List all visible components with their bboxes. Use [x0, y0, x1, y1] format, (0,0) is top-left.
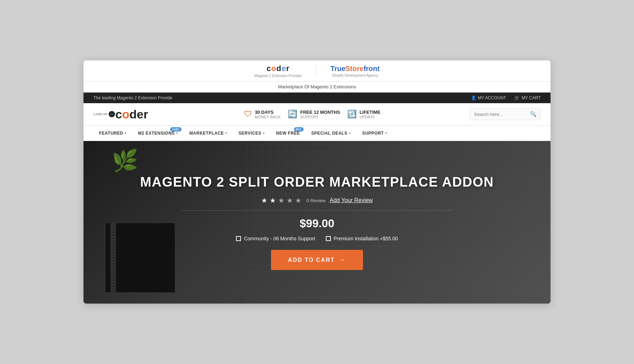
truestorefront-logo: TrueStorefront — [330, 65, 380, 73]
review-count: 0 Review — [306, 198, 325, 203]
star-2: ★ — [270, 196, 276, 205]
nav-m2-chevron: ▾ — [176, 131, 178, 135]
my-cart-link[interactable]: 🛒 MY CART — [514, 95, 541, 100]
badge-money-back: 🛡 30 DAYS MONEY BACK — [244, 110, 281, 119]
add-to-cart-button[interactable]: ADD TO CART → — [271, 250, 363, 270]
main-header: LAND OF ‹ › coder 🛡 30 DAYS MONEY BACK 🔄 — [83, 103, 551, 125]
community-checkbox[interactable] — [236, 236, 241, 241]
partner-bar: coder Magento 2 Extension Provider TrueS… — [83, 60, 551, 82]
account-icon: 👤 — [471, 95, 476, 100]
nav-m2-extensions[interactable]: M2 EXTENSIONS ▾ 148+ — [132, 126, 184, 141]
marketplace-bar: Marketplace Of Magento 2 Extensions — [83, 82, 551, 93]
hero-divider — [181, 210, 453, 211]
star-5: ★ — [295, 196, 301, 205]
tagline: The leading Magento 2 Extension Provide — [93, 95, 172, 100]
cart-icon: 🛒 — [514, 95, 520, 100]
header-search[interactable]: 🔍 — [469, 108, 541, 120]
support-sub: SUPPORT — [300, 115, 340, 119]
nav-marketplace-label: MARKETPLACE — [189, 131, 224, 136]
badge-lifetime: 🔃 LIFETIME UPDATE — [347, 110, 380, 119]
support-icon: 🔄 — [288, 110, 297, 119]
nav-bar: FEATURED ▾ M2 EXTENSIONS ▾ 148+ MARKETPL… — [83, 125, 551, 141]
lifetime-main: LIFETIME — [359, 110, 380, 115]
nav-marketplace-chevron: ▾ — [225, 131, 227, 135]
nav-m2-label: M2 EXTENSIONS — [138, 131, 175, 136]
nav-m2-badge: 148+ — [170, 127, 181, 131]
premium-checkbox[interactable] — [326, 236, 331, 241]
truestorefront-partner[interactable]: TrueStorefront Shopify Development Agenc… — [316, 65, 394, 77]
lifetime-sub: UPDATE — [359, 115, 380, 119]
support-main: FREE 12 MONTHS — [300, 110, 340, 115]
coder-sub: Magento 2 Extension Provider — [254, 74, 302, 78]
header-badges: 🛡 30 DAYS MONEY BACK 🔄 FREE 12 MONTHS SU… — [162, 110, 462, 119]
nav-featured-chevron: ▾ — [125, 131, 127, 135]
logo-land: LAND OF — [93, 113, 108, 116]
coder-logo: coder — [267, 64, 290, 73]
logo-coder: coder — [115, 108, 148, 120]
badge-support: 🔄 FREE 12 MONTHS SUPPORT — [288, 110, 340, 119]
nav-featured-label: FEATURED — [99, 131, 123, 136]
nav-marketplace[interactable]: MARKETPLACE ▾ — [184, 126, 233, 141]
nav-support-label: SUPPORT — [362, 131, 384, 136]
community-label: Community - 06 Months Support — [244, 236, 315, 241]
hero-options: Community - 06 Months Support Premium In… — [91, 236, 543, 241]
my-account-label: MY ACCOUNT — [478, 95, 506, 100]
premium-label: Premium Installation +$55.00 — [334, 236, 398, 241]
logo-nav-circle: ‹ › — [109, 111, 115, 117]
cart-arrow-icon: → — [339, 256, 346, 264]
add-review-link[interactable]: Add Your Review — [330, 197, 373, 204]
nav-services-label: SERVICES — [238, 131, 261, 136]
my-account-link[interactable]: 👤 MY ACCOUNT — [471, 95, 506, 100]
coder-partner[interactable]: coder Magento 2 Extension Provider — [240, 64, 316, 78]
nav-support[interactable]: SUPPORT ▾ — [356, 126, 393, 141]
browser-frame: coder Magento 2 Extension Provider TrueS… — [83, 60, 551, 304]
nav-new-free[interactable]: NEW FREE 20+ — [270, 126, 305, 141]
nav-featured[interactable]: FEATURED ▾ — [93, 126, 132, 141]
money-back-main: 30 DAYS — [255, 110, 281, 115]
header-logo[interactable]: LAND OF ‹ › coder — [93, 108, 148, 120]
refresh-icon: 🔃 — [347, 110, 357, 119]
hero-section: 🌿 MAGENTO 2 SPLIT ORDER MARKETPLACE ADDO… — [83, 141, 551, 304]
option-community[interactable]: Community - 06 Months Support — [236, 236, 315, 241]
hero-content: MAGENTO 2 SPLIT ORDER MARKETPLACE ADDON … — [83, 168, 551, 277]
nav-new-free-label: NEW FREE — [276, 131, 300, 136]
logo-text: LAND OF ‹ › coder — [93, 108, 148, 120]
nav-new-free-badge: 20+ — [294, 127, 304, 131]
star-4: ★ — [287, 196, 293, 205]
top-nav: The leading Magento 2 Extension Provide … — [83, 93, 551, 103]
money-back-sub: MONEY BACK — [255, 115, 281, 119]
logo-fwd-arrow: › — [112, 112, 113, 116]
hero-title: MAGENTO 2 SPLIT ORDER MARKETPLACE ADDON — [91, 175, 543, 190]
marketplace-text: Marketplace Of Magento 2 Extensions — [278, 84, 356, 89]
top-nav-right: 👤 MY ACCOUNT 🛒 MY CART — [471, 95, 541, 100]
star-3: ★ — [278, 196, 284, 205]
nav-support-chevron: ▾ — [385, 131, 387, 135]
shield-icon: 🛡 — [244, 110, 252, 119]
nav-services-chevron: ▾ — [263, 131, 265, 135]
star-1: ★ — [261, 196, 267, 205]
option-premium[interactable]: Premium Installation +$55.00 — [326, 236, 398, 241]
nav-services[interactable]: SERVICES ▾ — [233, 126, 270, 141]
nav-special-deals-label: SPECIAL DEALS — [311, 131, 347, 136]
search-input[interactable] — [470, 109, 526, 119]
my-cart-label: MY CART — [521, 95, 541, 100]
nav-special-deals[interactable]: SPECIAL DEALS ▾ — [306, 126, 357, 141]
add-to-cart-label: ADD TO CART — [288, 257, 335, 263]
hero-price: $99.00 — [91, 217, 543, 230]
search-button[interactable]: 🔍 — [526, 108, 540, 120]
truestorefront-sub: Shopify Development Agency — [332, 74, 378, 77]
nav-special-deals-chevron: ▾ — [349, 131, 351, 135]
hero-stars: ★ ★ ★ ★ ★ 0 Review Add Your Review — [91, 196, 543, 205]
